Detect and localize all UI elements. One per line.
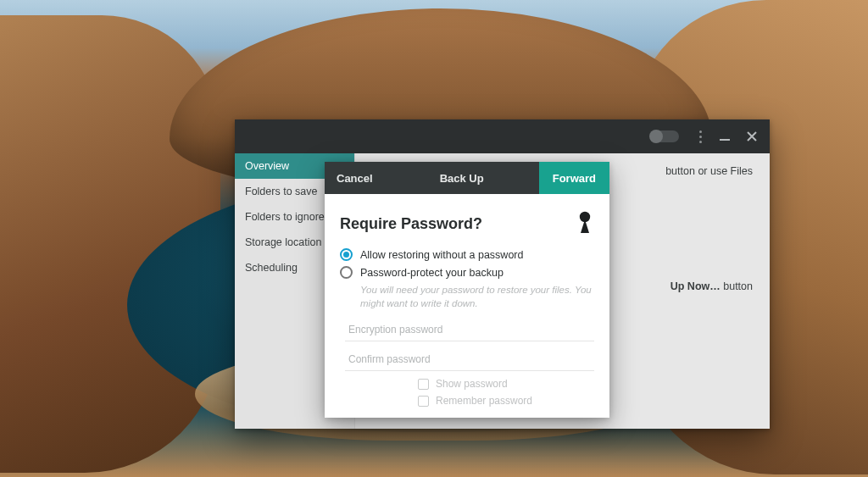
window-titlebar	[235, 119, 770, 153]
password-hint: You will need your password to restore y…	[360, 284, 594, 310]
content-text-fragment-2: Up Now… button	[670, 280, 753, 292]
dialog-header: Cancel Back Up Forward	[325, 162, 609, 194]
radio-indicator-checked	[340, 248, 353, 261]
dialog-title: Back Up	[385, 172, 539, 185]
dialog-heading: Require Password?	[340, 215, 482, 233]
backup-password-dialog: Cancel Back Up Forward Require Password?…	[325, 162, 609, 418]
radio-password-protect[interactable]: Password-protect your backup	[340, 266, 594, 279]
dialog-heading-row: Require Password?	[340, 209, 594, 238]
radio-allow-label: Allow restoring without a password	[360, 249, 523, 261]
close-icon	[746, 130, 758, 142]
dialog-body: Require Password? Allow restoring withou…	[325, 194, 609, 415]
radio-allow-restoring[interactable]: Allow restoring without a password	[340, 248, 594, 261]
toggle-switch[interactable]	[650, 130, 679, 142]
forward-button[interactable]: Forward	[539, 162, 609, 194]
minimize-button[interactable]	[715, 127, 734, 146]
menu-dots-icon[interactable]	[694, 127, 707, 147]
cancel-button[interactable]: Cancel	[325, 162, 385, 194]
radio-indicator	[340, 266, 353, 279]
close-button[interactable]	[743, 127, 761, 146]
encryption-password-field	[345, 319, 594, 341]
desktop-wallpaper: Overview Folders to save Folders to igno…	[0, 0, 868, 477]
minimize-icon	[719, 130, 731, 142]
content-text-post: button	[721, 280, 753, 292]
checkbox-indicator	[418, 379, 429, 390]
encryption-password-input[interactable]	[345, 319, 594, 341]
keyhole-icon	[576, 209, 594, 238]
remember-password-label: Remember password	[436, 395, 532, 407]
checkbox-indicator	[418, 396, 429, 407]
remember-password-checkbox[interactable]: Remember password	[418, 395, 594, 407]
show-password-label: Show password	[436, 378, 508, 390]
confirm-password-field	[345, 348, 594, 371]
radio-protect-label: Password-protect your backup	[360, 267, 504, 279]
svg-rect-0	[720, 139, 730, 141]
confirm-password-input[interactable]	[345, 348, 594, 371]
content-text-bold: Up Now…	[670, 280, 721, 292]
content-text-fragment-1: button or use Files	[665, 165, 753, 177]
show-password-checkbox[interactable]: Show password	[418, 378, 594, 390]
